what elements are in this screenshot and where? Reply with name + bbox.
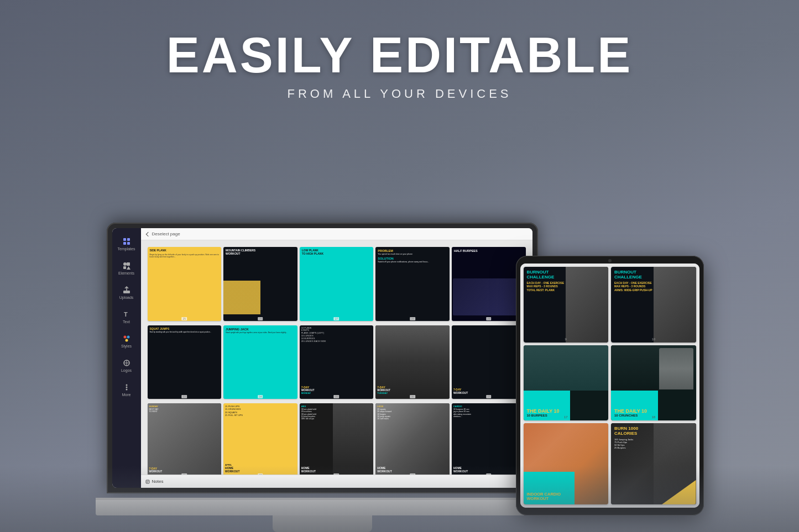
notes-label[interactable]: Notes <box>152 479 164 484</box>
more-icon <box>122 383 131 392</box>
ipad-content: BURNOUTCHALLENGE EACH DAY - ONE EXERCISE… <box>520 264 699 508</box>
template-card-41[interactable]: SUNDAY BEST DAYTO REST 7-DAY WORKOUT 41 <box>148 403 222 475</box>
template-card-43[interactable]: ABS 30 sec plank hold20 crunches30 sec p… <box>300 403 374 475</box>
svg-rect-8 <box>123 291 130 293</box>
card-num-29: 29 <box>486 317 492 320</box>
sidebar-item-elements[interactable]: Elements <box>116 257 138 279</box>
deselect-label[interactable]: Deselect page <box>152 231 180 236</box>
template-card-27[interactable]: LOW PLANKTO HIGH PLANK 27 <box>300 247 374 321</box>
card-num-42: 42 <box>258 473 263 475</box>
ipad-screen: BURNOUTCHALLENGE EACH DAY - ONE EXERCISE… <box>520 264 699 508</box>
uploads-icon <box>122 286 131 294</box>
template-card-25[interactable]: SIDE PLANK Begin by lying on the left si… <box>148 247 222 321</box>
template-card-37[interactable]: 7-DAY WORKOUT 37 <box>452 325 526 399</box>
card-num-36: 36 <box>410 395 415 398</box>
svg-rect-0 <box>123 238 126 241</box>
styles-label: Styles <box>121 344 132 348</box>
template-card-26[interactable]: MOUNTAIN CLIMBERSWORKOUT 26 <box>223 247 297 321</box>
template-row-1: SIDE PLANK Begin by lying on the left si… <box>145 245 528 323</box>
template-card-33[interactable]: SQUAT JUMPS Start by standing with your … <box>148 325 222 399</box>
svg-rect-5 <box>127 262 130 266</box>
card-num-35: 35 <box>334 395 340 398</box>
deselect-bar: Deselect page <box>141 228 532 240</box>
ipad: BURNOUTCHALLENGE EACH DAY - ONE EXERCISE… <box>516 256 704 515</box>
canva-content: SIDE PLANK Begin by lying on the left si… <box>141 240 532 475</box>
card-num-41: 41 <box>182 473 187 475</box>
templates-label: Templates <box>118 247 135 251</box>
canva-main: Deselect page SIDE PLANK Begin by ly <box>141 228 532 488</box>
canva-sidebar: Templates Elements <box>112 228 141 488</box>
svg-marker-6 <box>127 266 130 270</box>
ipad-card-9[interactable]: BURNOUTCHALLENGE EACH DAY - ONE EXERCISE… <box>524 267 609 343</box>
laptop-foot <box>273 515 372 532</box>
svg-rect-3 <box>127 242 130 245</box>
template-card-44[interactable]: LEGS 20 squats20 steps forward10 lunges1… <box>375 403 450 475</box>
svg-point-11 <box>127 335 129 338</box>
template-card-28[interactable]: PROBLEM You spend too much time on your … <box>375 247 450 321</box>
card-num-37: 37 <box>486 395 492 398</box>
sidebar-item-logos[interactable]: Logos <box>116 354 138 376</box>
laptop-screen: Templates Elements <box>112 228 532 488</box>
sidebar-item-templates[interactable]: Templates <box>116 233 138 255</box>
laptop-screen-outer: Templates Elements <box>107 223 538 493</box>
template-card-42[interactable]: 15 push ups15 crunches20 squats25 full s… <box>223 403 297 475</box>
template-row-3: SUNDAY BEST DAYTO REST 7-DAY WORKOUT 41 <box>145 401 528 475</box>
elements-label: Elements <box>118 271 134 275</box>
card-num-43: 43 <box>334 473 340 475</box>
ipad-camera <box>608 259 612 262</box>
text-label: Text <box>123 320 130 324</box>
svg-point-16 <box>126 388 127 390</box>
ipad-card-18[interactable]: THE DAILY 10 10 CRUNCHES 18 <box>611 345 696 421</box>
template-card-34[interactable]: JUMPING JACK Stand upright with your leg… <box>223 325 297 399</box>
template-row-2: SQUAT JUMPS Start by standing with your … <box>145 323 528 402</box>
svg-rect-2 <box>123 242 126 245</box>
svg-text:T: T <box>124 311 128 318</box>
template-card-36[interactable]: 7-DAY WORKOUT TUESDAY 36 <box>375 325 450 399</box>
template-card-35[interactable]: 10 plank8 repsPlank Jumps (left)10 lunge… <box>300 325 374 399</box>
ipad-card-10[interactable]: BURNOUTCHALLENGE EACH DAY - ONE EXERCISE… <box>611 267 696 343</box>
ipad-outer: BURNOUTCHALLENGE EACH DAY - ONE EXERCISE… <box>516 256 704 515</box>
header-section: EASILY EDITABLE FROM ALL YOUR DEVICES <box>0 0 799 101</box>
templates-icon <box>122 237 131 246</box>
chevron-left-icon <box>147 231 152 236</box>
devices-container: Templates Elements <box>96 156 704 532</box>
svg-point-14 <box>126 384 127 386</box>
svg-point-4 <box>123 262 127 266</box>
sub-title: FROM ALL YOUR DEVICES <box>0 87 799 101</box>
svg-rect-7 <box>123 266 126 269</box>
ipad-card-burn-calories[interactable]: BURN 1000CALORIES 100 Jumping Jacks75 Pu… <box>611 423 696 504</box>
text-icon: T <box>122 310 131 319</box>
card-num-44: 44 <box>410 473 415 475</box>
laptop-base <box>96 500 549 515</box>
more-label: More <box>122 393 131 397</box>
card-num-27: 27 <box>334 317 340 320</box>
canva-interface: Templates Elements <box>112 228 532 488</box>
notes-icon <box>145 480 150 484</box>
card-num-33: 33 <box>182 395 187 398</box>
main-title: EASILY EDITABLE <box>0 30 799 80</box>
sidebar-item-more[interactable]: More <box>116 378 138 401</box>
card-num-26: 26 <box>258 317 263 320</box>
card-num-28: 28 <box>410 317 415 320</box>
sidebar-item-text[interactable]: T Text <box>116 305 138 328</box>
template-card-29[interactable]: HALF BURPEES 29 <box>452 247 526 321</box>
card-num-34: 34 <box>258 395 263 398</box>
sidebar-item-styles[interactable]: Styles <box>116 330 138 352</box>
card-num-45: 45 <box>486 473 492 475</box>
laptop: Templates Elements <box>96 223 549 532</box>
ipad-card-indoor-cardio[interactable]: INDOOR CARDIOWORKOUT <box>524 423 609 504</box>
styles-icon <box>122 334 131 343</box>
svg-point-15 <box>126 386 127 388</box>
sidebar-item-uploads[interactable]: Uploads <box>116 281 138 303</box>
svg-point-12 <box>125 339 128 341</box>
card-num-25: 25 <box>182 317 187 320</box>
elements-icon <box>122 261 131 270</box>
template-card-45[interactable]: CARDIO 10 burpees 30 secjog in place 30 … <box>452 403 526 475</box>
svg-rect-1 <box>127 238 130 241</box>
logos-label: Logos <box>121 368 132 372</box>
uploads-label: Uploads <box>119 296 134 299</box>
canva-bottombar: Notes <box>141 475 532 488</box>
svg-rect-17 <box>146 480 149 483</box>
logos-icon <box>122 359 131 367</box>
ipad-card-17[interactable]: THE DAILY 10 10 BURPEES 17 <box>524 345 609 421</box>
